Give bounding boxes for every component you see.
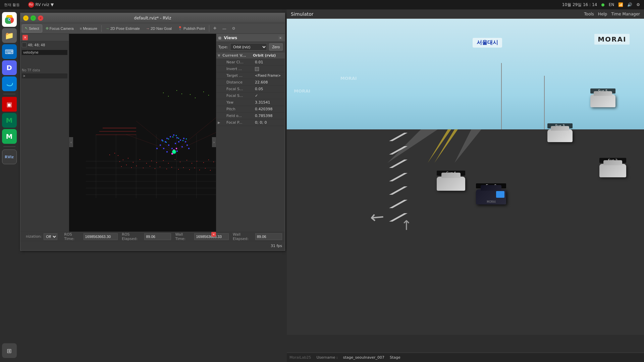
taskbar-icon-vscode[interactable]: ⌨ [2, 44, 17, 59]
taskbar-icon-edge[interactable] [2, 76, 17, 91]
taskbar-icon-files[interactable]: 📁 [2, 28, 17, 43]
statusbar-top: nization: Off ROS Time: ROS Elapsed: Wal… [20, 232, 285, 241]
svg-rect-86 [181, 146, 183, 147]
pose-estimate-button[interactable]: → 2D Pose Estimate [103, 24, 143, 33]
car-sur3: Sur-3 [547, 123, 573, 142]
svg-rect-124 [287, 129, 644, 335]
app-dropdown-arrow[interactable]: ▼ [51, 2, 54, 7]
close-button[interactable]: × [38, 15, 43, 21]
measure-tool-button[interactable]: ≡ Measure [77, 24, 100, 33]
type-select[interactable]: Orbit (rviz) [230, 43, 267, 51]
svg-rect-34 [208, 160, 209, 160]
tools-menu-item[interactable]: Tools [584, 12, 594, 16]
sync-select[interactable]: Off [44, 233, 57, 240]
activity-label: 현재 활동 [4, 2, 20, 7]
vscode-icon: ⌨ [5, 48, 14, 55]
select-tool-button[interactable]: ↖ Select [22, 24, 42, 33]
datetime-display: 10월 29일 16 : 14 [562, 2, 597, 8]
svg-rect-96 [166, 142, 167, 143]
focus-camera-button[interactable]: ⊕ Focus Camera [43, 24, 76, 33]
svg-rect-84 [171, 148, 173, 149]
svg-text:←: ← [369, 207, 385, 227]
svg-rect-104 [203, 92, 204, 92]
taskbar-icon-chrome[interactable] [2, 12, 17, 27]
rviz-body: × 48; 48; 48 velodyne No TF data > [20, 34, 285, 250]
viewport-right-arrow[interactable]: › [212, 137, 216, 147]
type-row: Type: Orbit (rviz) Zero [216, 42, 285, 52]
views-close[interactable]: × [278, 36, 283, 40]
publish-point-button[interactable]: 📍 Publish Point [175, 24, 208, 33]
maximize-button[interactable]: □ [31, 15, 36, 21]
discord-icon: D [6, 64, 12, 72]
extra-tool-2[interactable]: — [220, 24, 229, 33]
svg-rect-50 [178, 169, 179, 170]
views-title: ⊡ Views [218, 36, 237, 40]
tree-row-target: Target ... <Fixed Frame> [216, 72, 285, 79]
svg-rect-56 [210, 170, 211, 171]
dot-icon: ⊙ [232, 26, 235, 31]
svg-rect-94 [172, 136, 173, 137]
taskbar-icon-discord[interactable]: D [2, 60, 17, 75]
mongo2-icon: M [6, 132, 13, 140]
sign-post-1 [501, 63, 502, 139]
svg-rect-35 [213, 162, 214, 162]
svg-rect-49 [171, 167, 172, 168]
svg-rect-42 [131, 167, 132, 168]
viewport-left-arrow[interactable]: ‹ [69, 137, 73, 147]
svg-rect-76 [176, 137, 178, 138]
svg-rect-47 [160, 167, 160, 167]
svg-point-3 [8, 18, 10, 20]
tree-row-near-clip: Near Cl... 0.01 [216, 59, 285, 66]
toolbar-sep-1 [101, 25, 102, 32]
sky-backdrop: 서울대시 MORAI MORAI MORAI [287, 19, 644, 145]
status-close-btn[interactable]: × [211, 232, 216, 237]
color-swatch-row: 48; 48; 48 [22, 43, 67, 47]
extra-tool-1[interactable]: ✛ [211, 24, 219, 33]
taskbar-icon-rviz[interactable]: RViz [2, 149, 17, 164]
taskbar-grid-icon[interactable]: ⊞ [2, 343, 17, 358]
rviz-viewport[interactable]: ‹ › [69, 34, 216, 250]
svg-rect-54 [199, 170, 200, 170]
time-manager-menu-item[interactable]: Time Manager [611, 12, 640, 16]
taskbar-icon-mongo2[interactable]: M [2, 129, 17, 144]
pose-icon: → [106, 26, 109, 31]
extra-tool-3[interactable]: ⊙ [229, 24, 238, 33]
language-selector[interactable]: EN [609, 2, 614, 7]
nav-goal-button[interactable]: → 2D Nav Goal [143, 24, 174, 33]
svg-rect-44 [143, 168, 144, 168]
simulator-scene[interactable]: 서울대시 MORAI MORAI MORAI [287, 19, 644, 335]
svg-rect-43 [136, 166, 137, 166]
svg-rect-116 [176, 148, 177, 149]
svg-line-120 [136, 121, 174, 152]
wall-elapsed-input[interactable] [255, 233, 282, 240]
svg-rect-87 [160, 144, 161, 146]
status-dot: ● [601, 2, 604, 7]
help-menu-item[interactable]: Help [598, 12, 607, 16]
invert-checkbox[interactable] [255, 67, 259, 71]
minimize-button[interactable]: − [23, 15, 29, 21]
car-sur4-roof [441, 173, 461, 178]
svg-rect-20 [128, 158, 128, 159]
car-sur4-body [437, 177, 465, 191]
taskbar-icon-terminal[interactable]: ▣ [2, 97, 17, 112]
fps-display: 31 fps [271, 244, 282, 248]
ros-elapsed-input[interactable] [144, 233, 171, 240]
left-panel-close[interactable]: × [22, 35, 28, 40]
svg-rect-82 [178, 141, 179, 142]
taskbar-divider [3, 94, 15, 94]
sync-row: nization: Off [23, 233, 60, 240]
svg-rect-102 [176, 90, 177, 91]
stage-label: Stage [390, 355, 400, 360]
ros-time-input[interactable] [84, 233, 118, 240]
zero-button[interactable]: Zero [269, 43, 283, 51]
color-swatch [22, 43, 26, 47]
velodyne-label: velodyne [22, 50, 67, 55]
taskbar-icon-mongo1[interactable]: M [2, 113, 17, 128]
window-buttons: − □ × [23, 15, 43, 21]
tf-label: No TF data [22, 68, 67, 72]
settings-icon[interactable]: ⚙ [636, 2, 640, 7]
korean-text: 서울대시 [477, 39, 498, 46]
app-name-label: RV RV rviz ▼ [28, 2, 54, 8]
svg-rect-22 [140, 159, 140, 160]
svg-rect-24 [151, 161, 152, 161]
